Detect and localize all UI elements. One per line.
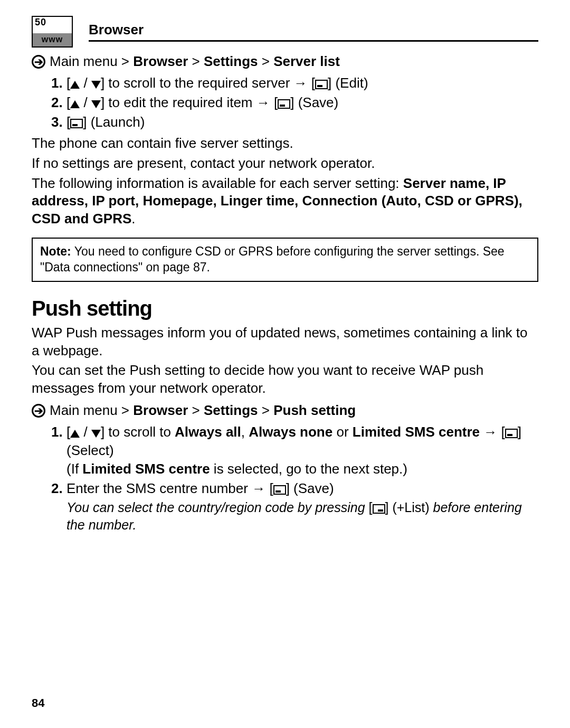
softkey-icon	[373, 504, 385, 514]
softkey-icon	[70, 119, 83, 128]
svg-rect-0	[316, 80, 327, 89]
browser-www-icon: 50 www	[32, 16, 73, 48]
paragraph: The following information is available f…	[32, 175, 538, 228]
step-1: [ / ] to scroll to Always all, Always no…	[66, 423, 538, 478]
note-box: Note: You need to configure CSD or GPRS …	[32, 238, 538, 282]
svg-rect-11	[378, 509, 383, 512]
goto-arrow-icon: ➔	[32, 404, 45, 418]
svg-rect-7	[507, 434, 512, 436]
breadcrumb-server-list: ➔ Main menu > Browser > Settings > Serve…	[32, 53, 538, 71]
right-arrow-icon: →	[252, 480, 265, 496]
right-arrow-icon: →	[256, 94, 270, 110]
push-setting-heading: Push setting	[32, 295, 538, 322]
step-2-note: You can select the country/region code b…	[66, 499, 538, 533]
paragraph: WAP Push messages inform you of updated …	[32, 324, 538, 360]
steps-server-list: [ / ] to scroll to the required server →…	[45, 74, 538, 131]
down-arrow-icon	[91, 100, 101, 108]
note-label: Note:	[40, 244, 71, 258]
page-header: 50 www Browser	[32, 16, 538, 48]
note-text: You need to configure CSD or GPRS before…	[40, 244, 505, 274]
svg-rect-8	[274, 486, 286, 494]
svg-rect-1	[317, 85, 322, 87]
content-body: ➔ Main menu > Browser > Settings > Serve…	[32, 53, 538, 533]
icon-top-text: 50	[35, 17, 46, 28]
page-number: 84	[32, 696, 44, 710]
down-arrow-icon	[91, 81, 101, 89]
manual-page: 50 www Browser ➔ Main menu > Browser > S…	[0, 0, 570, 728]
breadcrumb-text: Main menu > Browser > Settings > Server …	[50, 53, 340, 71]
right-arrow-icon: →	[483, 424, 497, 440]
header-rule	[89, 40, 538, 42]
up-arrow-icon	[70, 81, 80, 89]
softkey-icon	[315, 80, 328, 89]
breadcrumb-push-setting: ➔ Main menu > Browser > Settings > Push …	[32, 402, 538, 420]
svg-rect-4	[71, 119, 82, 128]
header-title-wrap: Browser	[89, 22, 538, 42]
softkey-icon	[273, 485, 286, 495]
goto-arrow-icon: ➔	[32, 55, 45, 69]
breadcrumb-text: Main menu > Browser > Settings > Push se…	[50, 402, 356, 420]
paragraph: If no settings are present, contact your…	[32, 155, 538, 173]
up-arrow-icon	[70, 430, 80, 438]
down-arrow-icon	[91, 430, 101, 438]
svg-rect-9	[276, 490, 281, 493]
step-1-substep: (If Limited SMS centre is selected, go t…	[66, 460, 538, 478]
svg-rect-3	[280, 105, 285, 107]
paragraph: You can set the Push setting to decide h…	[32, 362, 538, 398]
header-title: Browser	[89, 22, 538, 40]
step-2: Enter the SMS centre number → [] (Save) …	[66, 479, 538, 533]
paragraph: The phone can contain five server settin…	[32, 135, 538, 153]
right-arrow-icon: →	[294, 75, 308, 91]
icon-bottom-text: www	[42, 35, 63, 44]
svg-rect-10	[373, 505, 385, 513]
softkey-icon	[505, 429, 518, 438]
softkey-icon	[278, 99, 290, 109]
svg-rect-2	[278, 100, 290, 108]
step-1: [ / ] to scroll to the required server →…	[66, 74, 538, 92]
svg-rect-6	[506, 429, 517, 438]
up-arrow-icon	[70, 100, 80, 108]
step-2: [ / ] to edit the required item → [] (Sa…	[66, 93, 538, 112]
steps-push-setting: [ / ] to scroll to Always all, Always no…	[45, 423, 538, 533]
step-3: [] (Launch)	[66, 113, 538, 131]
svg-rect-5	[72, 124, 78, 126]
